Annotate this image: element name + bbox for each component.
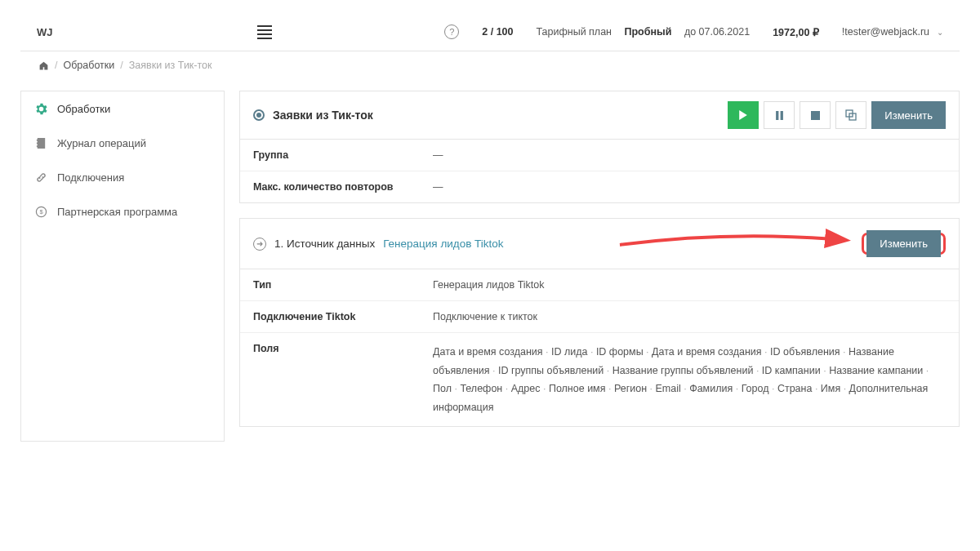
field-tag: Город [742,383,777,394]
step-label: 1. Источник данных [274,238,375,250]
breadcrumb-link[interactable]: Обработки [63,60,114,71]
source-name[interactable]: Генерация лидов Tiktok [383,238,503,250]
field-tag: Страна [777,383,821,394]
sidebar-item-label: Подключения [57,171,124,184]
help-icon[interactable]: ? [444,24,459,39]
field-tag: Телефон [460,383,510,394]
field-tag: ID кампании [762,365,829,376]
svg-rect-3 [780,111,782,120]
prop-row-group: Группа — [240,140,959,171]
callout-highlight: Изменить [862,233,946,255]
field-tag: ID лида [551,346,596,358]
main-content: Заявки из Тик-ток Изменить [239,91,960,442]
status-icon [253,109,265,121]
field-tag: ID группы объявлений [498,365,612,376]
sidebar-item-label: Обработки [57,103,110,115]
menu-icon[interactable] [257,25,272,39]
process-title: Заявки из Тик-ток [253,109,373,122]
field-tag: Email [655,383,689,394]
home-icon[interactable] [38,60,49,71]
dollar-icon: $ [34,205,47,218]
sidebar-item-partner[interactable]: $ Партнерская программа [21,194,224,229]
process-card: Заявки из Тик-ток Изменить [239,91,960,203]
svg-text:$: $ [39,208,43,216]
field-tag: Дата и время создания [652,346,770,358]
gear-icon [34,102,47,115]
step-icon: ➜ [253,238,266,251]
field-tag: Полное имя [549,383,614,394]
source-card: ➜ 1. Источник данных Генерация лидов Tik… [239,218,960,427]
fields-list: Дата и время созданияID лидаID формыДата… [433,343,946,416]
breadcrumb-current: Заявки из Тик-ток [129,60,212,71]
edit-source-button[interactable]: Изменить [866,230,941,257]
user-menu[interactable]: !tester@webjack.ru⌄ [842,26,943,38]
journal-icon [34,136,47,149]
sidebar: Обработки Журнал операций Подключения $ … [20,91,225,442]
sidebar-item-log[interactable]: Журнал операций [21,126,224,160]
copy-button[interactable] [835,101,866,129]
play-button[interactable] [728,101,759,129]
link-icon [34,171,47,184]
field-tag: Фамилия [689,383,742,394]
callout-arrow [616,229,853,255]
field-tag: ID объявления [770,346,849,358]
field-tag: Дата и время создания [433,346,551,358]
svg-rect-4 [811,111,820,120]
balance: 1972,00 ₽ [773,26,819,38]
stop-button[interactable] [800,101,831,129]
prop-row-maxrepeat: Макс. количество повторов — [240,171,959,202]
field-tag: ID формы [596,346,652,358]
field-tag: Адрес [511,383,549,394]
sidebar-item-label: Журнал операций [57,137,146,149]
field-tag: Название кампании [829,365,929,376]
edit-process-button[interactable]: Изменить [871,101,946,129]
header: WJ ? 2 / 100 Тарифный план Пробный до 07… [20,16,960,51]
field-tag: Имя [821,383,849,394]
field-tag: Регион [614,383,656,394]
usage-counter: 2 / 100 [482,26,513,38]
sidebar-item-connections[interactable]: Подключения [21,160,224,194]
field-tag: Название группы объявлений [612,365,762,376]
field-tag: Пол [433,383,460,394]
breadcrumb: / Обработки / Заявки из Тик-ток [20,51,960,79]
plan-info: Тарифный план Пробный до 07.06.2021 [537,26,751,38]
svg-rect-2 [776,111,778,120]
sidebar-item-label: Партнерская программа [57,206,177,218]
chevron-down-icon: ⌄ [937,28,943,37]
logo: WJ [37,26,53,38]
pause-button[interactable] [764,101,795,129]
sidebar-item-processing[interactable]: Обработки [21,91,224,126]
